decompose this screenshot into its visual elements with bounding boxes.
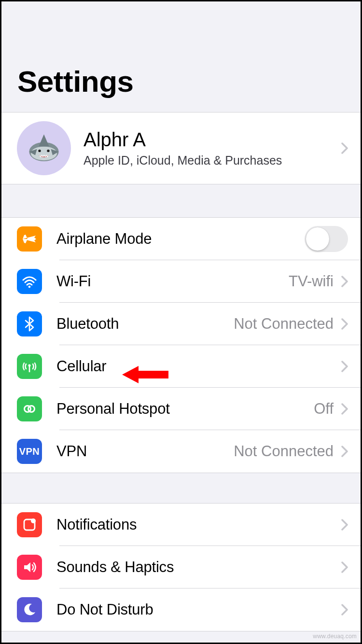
cellular-icon <box>17 354 42 379</box>
account-name: Alphr A <box>84 129 341 151</box>
chevron-right-icon <box>341 604 348 616</box>
svg-point-3 <box>47 150 49 152</box>
account-text: Alphr A Apple ID, iCloud, Media & Purcha… <box>84 129 341 168</box>
cellular-label: Cellular <box>56 358 341 375</box>
vpn-value: Not Connected <box>234 443 334 460</box>
airplane-label: Airplane Mode <box>56 230 305 248</box>
wifi-value: TV-wifi <box>289 273 334 290</box>
dnd-label: Do Not Disturb <box>56 601 341 618</box>
wifi-icon <box>17 269 42 294</box>
apple-id-row[interactable]: Alphr A Apple ID, iCloud, Media & Purcha… <box>1 112 361 184</box>
account-section: Alphr A Apple ID, iCloud, Media & Purcha… <box>1 112 361 184</box>
svg-point-4 <box>28 286 31 288</box>
sounds-row[interactable]: Sounds & Haptics <box>1 546 361 588</box>
section-spacer <box>1 184 361 217</box>
notifications-row[interactable]: Notifications <box>1 504 361 546</box>
page-title: Settings <box>1 1 361 112</box>
chevron-right-icon <box>341 403 348 415</box>
account-subtitle: Apple ID, iCloud, Media & Purchases <box>84 154 341 168</box>
chevron-right-icon <box>341 446 348 457</box>
airplane-toggle[interactable] <box>305 226 348 252</box>
avatar <box>17 121 71 175</box>
vpn-row[interactable]: VPN VPN Not Connected <box>1 430 361 473</box>
svg-point-2 <box>38 150 41 152</box>
hotspot-row[interactable]: Personal Hotspot Off <box>1 388 361 430</box>
hotspot-label: Personal Hotspot <box>56 400 314 418</box>
cellular-row[interactable]: Cellular <box>1 345 361 388</box>
connectivity-section: Airplane Mode Wi-Fi TV-wifi Bluetooth No… <box>1 217 361 473</box>
chevron-right-icon <box>341 561 348 573</box>
svg-rect-6 <box>29 365 30 372</box>
wifi-label: Wi-Fi <box>56 273 289 290</box>
airplane-icon <box>17 226 42 252</box>
bluetooth-label: Bluetooth <box>56 315 234 333</box>
svg-point-10 <box>31 518 36 523</box>
moon-icon <box>17 597 42 622</box>
hotspot-icon <box>17 396 42 421</box>
notifications-icon <box>17 512 42 537</box>
chevron-right-icon <box>341 519 348 531</box>
notifications-label: Notifications <box>56 516 341 533</box>
bluetooth-icon <box>17 311 42 336</box>
vpn-label: VPN <box>56 443 234 460</box>
vpn-icon: VPN <box>17 439 42 464</box>
chevron-right-icon <box>341 318 348 330</box>
bluetooth-value: Not Connected <box>234 315 334 333</box>
wifi-row[interactable]: Wi-Fi TV-wifi <box>1 260 361 303</box>
airplane-mode-row[interactable]: Airplane Mode <box>1 218 361 260</box>
sounds-label: Sounds & Haptics <box>56 559 341 576</box>
chevron-right-icon <box>341 142 348 154</box>
chevron-right-icon <box>341 276 348 287</box>
vpn-badge-text: VPN <box>19 446 40 457</box>
sounds-icon <box>17 555 42 580</box>
section-spacer <box>1 473 361 503</box>
chevron-right-icon <box>341 361 348 372</box>
hotspot-value: Off <box>314 400 334 418</box>
alerts-section: Notifications Sounds & Haptics Do Not Di… <box>1 503 361 631</box>
shark-avatar-icon <box>22 126 66 170</box>
watermark: www.deuaq.com <box>313 633 357 640</box>
bluetooth-row[interactable]: Bluetooth Not Connected <box>1 303 361 345</box>
dnd-row[interactable]: Do Not Disturb <box>1 588 361 631</box>
